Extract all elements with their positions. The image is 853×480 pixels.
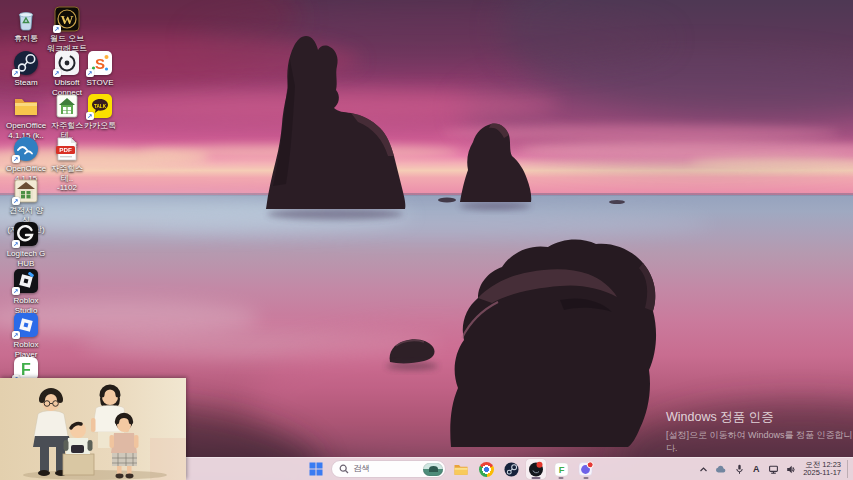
speaker-icon	[786, 464, 797, 475]
dark-app-with-notification-icon	[528, 461, 544, 477]
search-input[interactable]: 검색	[331, 460, 446, 478]
kakaotalk-icon: TALK ↗	[87, 93, 113, 119]
svg-text:S: S	[95, 55, 105, 72]
icon-label: 카카오톡	[80, 121, 120, 131]
taskbar-purple-app-button[interactable]	[576, 459, 596, 479]
shortcut-arrow-icon: ↗	[12, 331, 20, 339]
logitech-g-icon: ↗	[13, 221, 39, 247]
purple-app-with-badge-icon	[578, 461, 594, 477]
tray-volume-button[interactable]	[785, 463, 797, 475]
f-app-icon: F	[554, 462, 569, 477]
clock-date: 2025-11-17	[803, 469, 841, 478]
search-highlight-thumbnail	[423, 463, 443, 476]
activation-watermark: Windows 정품 인증 [설정]으로 이동하여 Windows를 정품 인증…	[666, 409, 853, 455]
desktop-icon-steam[interactable]: ↗ Steam	[6, 50, 46, 88]
windows-logo-icon	[309, 462, 323, 476]
folder-icon	[13, 93, 39, 119]
svg-text:PDF: PDF	[59, 146, 72, 153]
shortcut-arrow-icon: ↗	[12, 240, 20, 248]
taskbar-active-app-button[interactable]	[526, 459, 546, 479]
desktop-icon-stove[interactable]: S ↗ STOVE	[80, 50, 120, 88]
shortcut-arrow-icon: ↗	[86, 112, 94, 120]
activation-subtitle: [설정]으로 이동하여 Windows를 정품 인증합니다.	[666, 429, 853, 455]
shortcut-arrow-icon: ↗	[12, 197, 20, 205]
taskbar-center-group: 검색 F	[306, 458, 596, 480]
desktop-icon-apartment-pdf[interactable]: PDF 자주힐스테.. -1102	[47, 136, 87, 193]
search-icon	[339, 464, 349, 474]
ime-language-indicator[interactable]: A	[751, 464, 761, 474]
desktop-icon-roblox-studio[interactable]: ↗ Roblox Studio	[6, 268, 46, 315]
taskbar-clock[interactable]: 오전 12:23 2025-11-17	[803, 461, 841, 478]
recycle-bin-icon	[13, 6, 39, 32]
icon-label: 자주힐스테.. -1102	[47, 164, 87, 193]
icon-label: Steam	[6, 78, 46, 88]
spreadsheet-house-icon	[54, 93, 80, 119]
steam-icon	[504, 462, 519, 477]
openoffice-icon: ↗	[13, 136, 39, 162]
cloud-icon	[715, 464, 727, 475]
desktop-icon-kakaotalk[interactable]: TALK ↗ 카카오톡	[80, 93, 120, 131]
svg-text:TALK: TALK	[94, 104, 107, 109]
running-indicator	[584, 477, 589, 479]
icon-label: Logitech G HUB	[6, 249, 46, 268]
start-button[interactable]	[306, 459, 326, 479]
svg-text:F: F	[21, 361, 31, 378]
system-tray: A 오전 12:23 2025-11-17	[697, 458, 850, 480]
tray-microphone-button[interactable]	[733, 463, 745, 475]
tray-network-button[interactable]	[767, 463, 779, 475]
activation-title: Windows 정품 인증	[666, 409, 853, 426]
tray-onedrive-button[interactable]	[715, 463, 727, 475]
steam-icon: ↗	[13, 50, 39, 76]
microphone-icon	[734, 464, 745, 475]
stove-icon: S ↗	[87, 50, 113, 76]
shortcut-arrow-icon: ↗	[12, 155, 20, 163]
running-indicator	[532, 477, 541, 479]
pdf-file-icon: PDF	[54, 136, 80, 162]
shortcut-arrow-icon: ↗	[12, 69, 20, 77]
shortcut-arrow-icon: ↗	[53, 25, 61, 33]
shortcut-arrow-icon: ↗	[12, 287, 20, 295]
svg-text:F: F	[558, 465, 564, 475]
taskbar-chrome-button[interactable]	[476, 459, 496, 479]
desktop-icon-openoffice-folder[interactable]: OpenOffice 4.1.15 (k..	[6, 93, 46, 140]
show-desktop-button[interactable]	[847, 460, 850, 478]
roblox-player-icon: ↗	[13, 312, 39, 338]
family-illustration	[0, 378, 186, 480]
ubisoft-connect-icon: ↗	[54, 50, 80, 76]
shortcut-arrow-icon: ↗	[86, 69, 94, 77]
estimate-form-icon: ↗	[13, 178, 39, 204]
chevron-up-icon	[698, 464, 709, 475]
taskbar-f-app-button[interactable]: F	[551, 459, 571, 479]
running-indicator	[559, 477, 564, 479]
ethernet-network-icon	[768, 464, 779, 475]
desktop-icon-openoffice[interactable]: ↗ OpenOffice 4.1.15	[6, 136, 46, 183]
desktop: 휴지통 W ↗ 월드 오브 워크래프트 ↗ Steam ↗ Ubisoft Co…	[0, 0, 853, 480]
chrome-icon	[479, 462, 494, 477]
icon-label: 휴지통	[6, 34, 46, 44]
desktop-icon-logitech-g-hub[interactable]: ↗ Logitech G HUB	[6, 221, 46, 268]
roblox-studio-icon: ↗	[13, 268, 39, 294]
taskbar-file-explorer-button[interactable]	[451, 459, 471, 479]
desktop-icon-world-of-warcraft[interactable]: W ↗ 월드 오브 워크래프트	[47, 6, 87, 53]
taskbar-steam-button[interactable]	[501, 459, 521, 479]
search-placeholder: 검색	[353, 463, 419, 475]
tray-chevron-up-button[interactable]	[697, 463, 709, 475]
desktop-icon-recycle-bin[interactable]: 휴지통	[6, 6, 46, 44]
desktop-icon-roblox-player[interactable]: ↗ Roblox Player	[6, 312, 46, 359]
file-explorer-icon	[453, 461, 469, 477]
icon-label: STOVE	[80, 78, 120, 88]
svg-text:W: W	[61, 12, 74, 27]
shortcut-arrow-icon: ↗	[53, 69, 61, 77]
world-of-warcraft-icon: W ↗	[54, 6, 80, 32]
family-photo-overlay[interactable]	[0, 378, 186, 480]
